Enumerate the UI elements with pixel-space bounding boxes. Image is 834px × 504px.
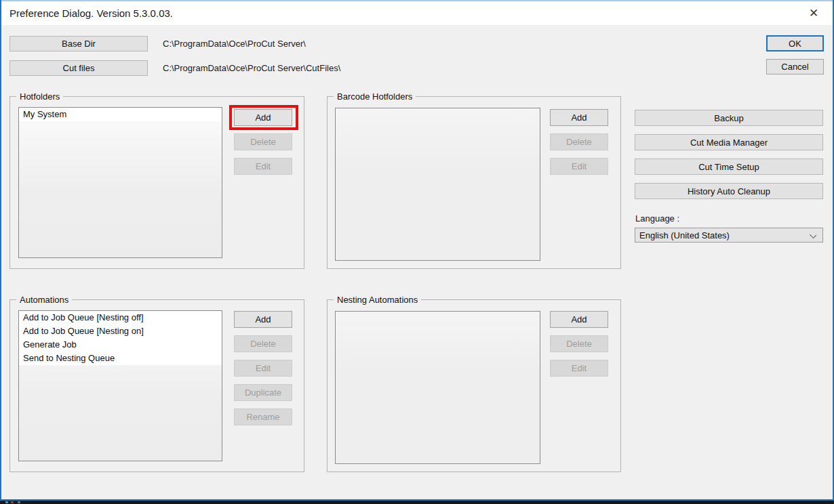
nesting-edit-button[interactable]: Edit <box>550 360 608 377</box>
list-item[interactable]: Generate Job <box>19 338 222 352</box>
title-bar[interactable]: Preference Dialog. Version 5.3.0.03. ✕ <box>1 1 833 25</box>
base-dir-path: C:\ProgramData\Oce\ProCut Server\ <box>163 36 306 51</box>
nesting-add-button[interactable]: Add <box>550 311 608 328</box>
list-item[interactable]: Send to Nesting Queue <box>19 352 222 365</box>
barcode-add-button[interactable]: Add <box>550 109 608 126</box>
preference-dialog-window: Preference Dialog. Version 5.3.0.03. ✕ B… <box>0 0 834 504</box>
nesting-automations-list[interactable] <box>335 311 540 464</box>
cut-media-manager-button[interactable]: Cut Media Manager <box>635 134 823 150</box>
hotfolders-edit-button[interactable]: Edit <box>234 158 292 175</box>
automations-list[interactable]: Add to Job Queue [Nesting off] Add to Jo… <box>18 310 222 461</box>
barcode-delete-button[interactable]: Delete <box>550 133 608 150</box>
cut-files-path: C:\ProgramData\Oce\ProCut Server\CutFile… <box>163 60 340 76</box>
window-border-top <box>0 0 834 1</box>
window-title: Preference Dialog. Version 5.3.0.03. <box>9 1 173 25</box>
hotfolders-group-title: Hotfolders <box>16 91 63 102</box>
language-dropdown[interactable]: English (United States) <box>635 228 823 243</box>
ok-button[interactable]: OK <box>766 35 824 51</box>
automations-delete-button[interactable]: Delete <box>234 335 292 352</box>
automations-rename-button[interactable]: Rename <box>234 408 292 425</box>
background-taskbar-strip <box>0 501 834 504</box>
hotfolders-delete-button[interactable]: Delete <box>234 133 292 150</box>
cut-files-button[interactable]: Cut files <box>9 60 148 76</box>
automations-add-button[interactable]: Add <box>234 311 292 328</box>
cut-time-setup-button[interactable]: Cut Time Setup <box>635 159 823 175</box>
automations-group-title: Automations <box>16 295 72 305</box>
base-dir-button[interactable]: Base Dir <box>9 36 148 51</box>
barcode-edit-button[interactable]: Edit <box>550 158 608 175</box>
barcode-hotfolders-list[interactable] <box>335 108 540 261</box>
nesting-automations-group-title: Nesting Automations <box>334 295 421 305</box>
close-icon[interactable]: ✕ <box>800 1 827 25</box>
automations-edit-button[interactable]: Edit <box>234 360 292 377</box>
list-item[interactable]: My System <box>19 108 222 121</box>
language-label: Language : <box>635 213 679 224</box>
automations-duplicate-button[interactable]: Duplicate <box>234 384 292 401</box>
language-dropdown-value: English (United States) <box>639 230 730 240</box>
chevron-down-icon <box>810 232 816 238</box>
backup-button[interactable]: Backup <box>635 110 823 126</box>
barcode-hotfolders-group-title: Barcode Hotfolders <box>334 91 416 102</box>
hotfolders-add-button[interactable]: Add <box>234 109 292 126</box>
list-item[interactable]: Add to Job Queue [Nesting off] <box>19 311 222 324</box>
cancel-button[interactable]: Cancel <box>766 59 824 75</box>
hotfolders-list[interactable]: My System <box>18 107 222 258</box>
window-border-left <box>0 0 1 504</box>
nesting-delete-button[interactable]: Delete <box>550 335 608 352</box>
history-auto-cleanup-button[interactable]: History Auto Cleanup <box>635 183 823 199</box>
list-item[interactable]: Add to Job Queue [Nesting on] <box>19 324 222 338</box>
